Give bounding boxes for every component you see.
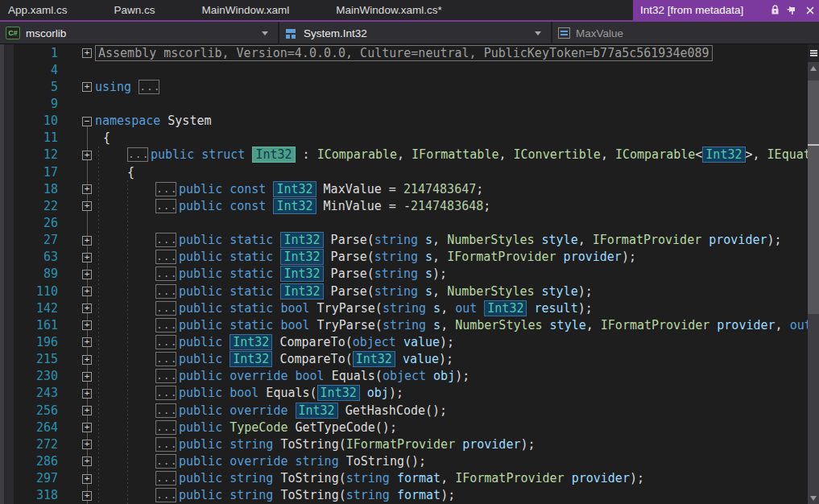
member-dropdown[interactable]: MaxValue <box>552 22 819 44</box>
fold-expand-icon[interactable]: + <box>82 184 92 194</box>
active-tab[interactable]: Int32 [from metadata] <box>633 0 819 20</box>
scrollbar-down-icon[interactable] <box>810 496 817 501</box>
project-dropdown[interactable]: C# mscorlib <box>0 22 279 44</box>
code-text[interactable]: ...public string ToString(IFormatProvide… <box>95 437 808 452</box>
code-text[interactable]: { <box>95 165 808 180</box>
tab[interactable]: Pawn.cs <box>91 0 179 20</box>
scrollbar-up-icon[interactable] <box>810 66 817 71</box>
type-dropdown[interactable]: System.Int32 <box>279 22 552 44</box>
collapsed-dots-box[interactable]: ... <box>155 233 176 247</box>
code-text[interactable]: ...public string ToString(string format,… <box>95 471 808 485</box>
collapsed-dots-box[interactable]: ... <box>155 488 176 502</box>
scrollbar-thumb[interactable] <box>808 81 819 314</box>
fold-expand-icon[interactable]: + <box>82 389 92 399</box>
code-text[interactable]: ...public TypeCode GetTypeCode(); <box>95 420 808 435</box>
vertical-scrollbar[interactable] <box>808 62 819 504</box>
code-token: ); <box>622 250 636 264</box>
collapsed-dots-box[interactable]: ... <box>155 284 176 299</box>
fold-expand-icon[interactable]: + <box>82 423 92 432</box>
project-dropdown-label: mscorlib <box>26 27 66 39</box>
fold-expand-icon[interactable]: + <box>82 270 92 279</box>
fold-expand-icon[interactable]: + <box>82 474 92 484</box>
collapsed-dots-box[interactable]: ... <box>155 420 176 435</box>
collapsed-dots-box[interactable]: ... <box>139 80 159 94</box>
fold-expand-icon[interactable]: + <box>82 304 92 313</box>
code-text[interactable]: ...public const Int32 MaxValue = 2147483… <box>95 181 808 197</box>
code-text[interactable]: ...public static Int32 Parse(string s, I… <box>95 249 808 265</box>
outlining-margin: + <box>58 283 95 300</box>
code-text[interactable]: ...public static Int32 Parse(string s); <box>95 266 808 282</box>
collapsed-dots-box[interactable]: ... <box>155 335 176 349</box>
chevron-down-icon[interactable] <box>262 31 268 35</box>
code-token: GetHashCode(); <box>338 403 447 418</box>
code-text[interactable]: { <box>95 130 808 145</box>
collapsed-dots-box[interactable]: ... <box>155 250 176 264</box>
fold-expand-icon[interactable]: + <box>82 48 92 58</box>
code-text[interactable]: ...public Int32 CompareTo(Int32 value); <box>95 351 808 367</box>
code-token: Int32 <box>280 249 323 265</box>
fold-expand-icon[interactable]: + <box>82 201 92 211</box>
collapsed-dots-box[interactable]: ... <box>155 318 176 333</box>
code-token: IFormatProvider <box>601 318 709 333</box>
collapsed-dots-box[interactable]: ... <box>155 199 176 213</box>
fold-expand-icon[interactable]: + <box>82 440 92 449</box>
code-text[interactable]: ...public string ToString(string format)… <box>95 488 808 502</box>
collapsed-dots-box[interactable]: ... <box>155 471 176 485</box>
code-token: { <box>103 130 110 145</box>
code-text[interactable]: ...public override Int32 GetHashCode(); <box>95 403 808 419</box>
outlining-margin: + <box>58 180 95 197</box>
collapsed-dots-box[interactable]: ... <box>155 182 176 196</box>
lock-icon[interactable] <box>766 0 784 20</box>
code-text[interactable]: ...public static bool TryParse(string s,… <box>95 300 808 316</box>
collapsed-dots-box[interactable]: ... <box>155 369 176 383</box>
editor-split-button[interactable] <box>808 44 819 62</box>
outlining-margin: + <box>58 436 95 452</box>
collapsed-dots-box[interactable]: ... <box>155 454 176 469</box>
code-text[interactable]: namespace System <box>95 114 808 128</box>
collapsed-dots-box[interactable]: ... <box>155 301 176 316</box>
fold-expand-icon[interactable]: + <box>82 406 92 415</box>
code-text[interactable]: ...public override string ToString(); <box>95 454 808 469</box>
collapsed-region-box[interactable]: Assembly mscorlib, Version=4.0.0.0, Cult… <box>95 45 713 61</box>
code-text[interactable]: using ... <box>95 80 808 94</box>
fold-expand-icon[interactable]: + <box>82 456 92 466</box>
fold-expand-icon[interactable]: + <box>82 372 92 382</box>
chevron-down-icon[interactable] <box>535 31 541 35</box>
fold-expand-icon[interactable]: + <box>82 253 92 262</box>
code-text[interactable]: ...public struct Int32 : IComparable, IF… <box>95 147 808 163</box>
code-token: , <box>578 233 593 247</box>
fold-expand-icon[interactable]: + <box>82 355 92 365</box>
code-token: string <box>374 266 418 281</box>
tab[interactable]: App.xaml.cs <box>8 0 91 20</box>
code-text[interactable]: Assembly mscorlib, Version=4.0.0.0, Cult… <box>95 45 808 61</box>
fold-expand-icon[interactable]: + <box>82 337 92 347</box>
close-icon[interactable] <box>801 0 819 20</box>
collapsed-dots-box[interactable]: ... <box>155 403 176 418</box>
fold-expand-icon[interactable]: + <box>82 236 92 246</box>
collapsed-dots-box[interactable]: ... <box>155 352 176 366</box>
fold-expand-icon[interactable]: + <box>82 491 92 501</box>
fold-expand-icon[interactable]: + <box>82 320 92 330</box>
code-text[interactable]: ...public override bool Equals(object ob… <box>95 369 808 383</box>
outlining-margin: + <box>58 487 95 504</box>
code-text[interactable]: ...public bool Equals(Int32 obj); <box>95 385 808 401</box>
collapsed-dots-box[interactable]: ... <box>155 266 176 281</box>
outlining-margin: + <box>58 402 95 419</box>
pin-icon[interactable] <box>784 0 801 20</box>
code-line: 26 <box>0 214 808 231</box>
fold-collapse-icon[interactable]: − <box>82 117 92 126</box>
collapsed-dots-box[interactable]: ... <box>155 437 176 452</box>
tab[interactable]: MainWindow.xaml.cs* <box>312 0 465 20</box>
code-text[interactable]: ...public static Int32 Parse(string s, N… <box>95 283 808 300</box>
tab[interactable]: MainWindow.xaml <box>179 0 313 20</box>
code-text[interactable]: ...public static Int32 Parse(string s, N… <box>95 232 808 248</box>
fold-expand-icon[interactable]: + <box>82 151 92 160</box>
collapsed-dots-box[interactable]: ... <box>155 386 176 400</box>
fold-expand-icon[interactable]: + <box>82 82 92 92</box>
collapsed-dots-box[interactable]: ... <box>127 147 148 162</box>
fold-expand-icon[interactable]: + <box>82 287 92 296</box>
code-text[interactable]: ...public const Int32 MinValue = -214748… <box>95 198 808 214</box>
code-text[interactable]: ...public static bool TryParse(string s,… <box>95 317 808 333</box>
code-text[interactable]: ...public Int32 CompareTo(object value); <box>95 334 808 350</box>
code-token: ToString( <box>273 488 345 502</box>
